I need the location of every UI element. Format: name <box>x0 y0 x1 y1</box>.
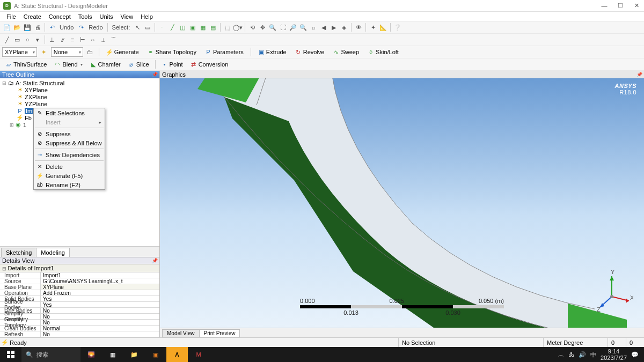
save-icon[interactable]: 💾 <box>23 23 32 32</box>
pin-icon[interactable]: 📌 <box>152 72 158 77</box>
share-topology-button[interactable]: ⚭Share Topology <box>144 48 200 56</box>
constraint2-icon[interactable]: ⫽ <box>57 35 67 45</box>
tab-model-view[interactable]: Model View <box>162 329 200 337</box>
look-at-icon[interactable]: 👁 <box>354 23 363 32</box>
taskbar-ansys[interactable]: Λ <box>166 347 188 362</box>
pin-icon[interactable]: 📌 <box>636 72 642 77</box>
menu-help[interactable]: Help <box>137 13 156 20</box>
tree-zxplane[interactable]: ✶ZXPlane <box>1 93 158 100</box>
tree-outline[interactable]: ⊟🗂A: Static Structural ✶XYPlane ✶ZXPlane… <box>0 78 159 246</box>
menu-file[interactable]: File <box>3 13 19 20</box>
skinloft-button[interactable]: ◊Skin/Loft <box>364 48 402 56</box>
filter-vertex-icon[interactable]: ⋅ <box>157 23 167 32</box>
blend-button[interactable]: ◠Blend▾ <box>51 60 85 69</box>
details-group[interactable]: Details of Import1 <box>0 264 159 272</box>
tray-chevron-icon[interactable]: ︿ <box>558 351 564 359</box>
ctx-delete[interactable]: ✕Delete <box>34 162 105 171</box>
taskbar-mail[interactable]: M <box>188 347 209 362</box>
filter-face-icon[interactable]: ◫ <box>178 23 187 32</box>
ctx-generate[interactable]: ⚡Generate (F5) <box>34 171 105 180</box>
next-view-icon[interactable]: ▶ <box>329 23 339 32</box>
menu-tools[interactable]: Tools <box>75 13 96 20</box>
iso-icon[interactable]: ◈ <box>339 23 349 32</box>
tab-modeling[interactable]: Modeling <box>36 248 70 257</box>
box-select-icon[interactable]: ⬚ <box>223 23 232 32</box>
axis-triad[interactable]: X Y Z <box>590 270 633 313</box>
sketch-dropdown-icon[interactable]: ▾ <box>33 35 42 45</box>
print-icon[interactable]: 🖨 <box>33 23 42 32</box>
expand-icon[interactable]: ⊞ <box>9 122 14 128</box>
system-tray[interactable]: ︿ 🖧 🔊 中 9:14 2023/7/27 💬 <box>558 348 644 361</box>
undo-label[interactable]: Undo <box>57 24 76 31</box>
maximize-button[interactable]: ☐ <box>617 3 624 9</box>
tree-root[interactable]: ⊟🗂A: Static Structural <box>1 79 158 86</box>
constraint3-icon[interactable]: ≡ <box>68 35 77 45</box>
pan-icon[interactable]: ✥ <box>258 23 267 32</box>
collapse-icon[interactable]: ⊟ <box>1 80 7 86</box>
ctx-suppress-all[interactable]: ⊘Suppress & All Below <box>34 138 105 147</box>
menu-concept[interactable]: Concept <box>46 13 74 20</box>
zoom-out-icon[interactable]: 🔍 <box>298 23 308 32</box>
sketch-circle-icon[interactable]: ○ <box>23 35 32 45</box>
taskbar-app-2[interactable]: ▦ <box>102 347 123 362</box>
sketch-rect-icon[interactable]: ▭ <box>12 35 22 45</box>
ctx-show-dependencies[interactable]: ⇢Show Dependencies <box>34 150 105 159</box>
new-sketch-icon[interactable]: 🗀 <box>85 47 95 57</box>
taskbar-clock[interactable]: 9:14 2023/7/27 <box>601 348 627 361</box>
menu-create[interactable]: Create <box>20 13 45 20</box>
slice-button[interactable]: ⌀Slice <box>125 60 152 69</box>
select-cursor-icon[interactable]: ↖ <box>133 23 142 32</box>
tray-ime-icon[interactable]: 中 <box>590 351 596 359</box>
undo-icon[interactable]: ↶ <box>47 23 57 32</box>
tray-volume-icon[interactable]: 🔊 <box>579 351 586 358</box>
tab-print-preview[interactable]: Print Preview <box>199 329 240 337</box>
taskbar-powerpoint[interactable]: ▣ <box>145 347 166 362</box>
detail-row[interactable]: Clean BodiesNormal <box>0 326 159 331</box>
ctx-rename[interactable]: abRename (F2) <box>34 180 105 189</box>
sweep-button[interactable]: ∿Sweep <box>330 48 362 56</box>
detail-row[interactable]: ImportImport1 <box>0 272 159 278</box>
constraint5-icon[interactable]: ↔ <box>88 35 98 45</box>
detail-row[interactable]: Base PlaneXYPlane <box>0 284 159 290</box>
pin-icon[interactable]: 📌 <box>152 258 158 263</box>
prev-view-icon[interactable]: ◀ <box>319 23 328 32</box>
tray-network-icon[interactable]: 🖧 <box>568 351 574 358</box>
filter-edge-icon[interactable]: ╱ <box>167 23 177 32</box>
detail-row[interactable]: RefreshNo <box>0 331 159 337</box>
constraint4-icon[interactable]: ⊢ <box>78 35 87 45</box>
chamfer-button[interactable]: ◣Chamfer <box>87 60 124 69</box>
tree-xyplane[interactable]: ✶XYPlane <box>1 86 158 93</box>
start-button[interactable] <box>0 347 21 362</box>
point-button[interactable]: •Point <box>158 60 186 69</box>
redo-icon[interactable]: ↷ <box>76 23 86 32</box>
filter-multi-icon[interactable]: ▦ <box>198 23 208 32</box>
zoom-box-icon[interactable]: 🔍 <box>268 23 277 32</box>
menu-view[interactable]: View <box>118 13 137 20</box>
open-icon[interactable]: 📂 <box>12 23 22 32</box>
taskbar-explorer[interactable]: 📁 <box>123 347 145 362</box>
constraint6-icon[interactable]: ⟂ <box>98 35 108 45</box>
constraint7-icon[interactable]: ⌒ <box>108 35 118 45</box>
detail-row[interactable]: Simplify TopologyNo <box>0 320 159 326</box>
thin-surface-button[interactable]: ▱Thin/Surface <box>2 60 50 69</box>
extrude-button[interactable]: ▣Extrude <box>255 48 290 56</box>
minimize-button[interactable]: — <box>601 3 608 9</box>
detail-row[interactable]: Surface BodiesYes <box>0 302 159 308</box>
ctx-insert[interactable]: Insert <box>34 117 105 127</box>
constraint1-icon[interactable]: ⊥ <box>47 35 57 45</box>
ruler-icon[interactable]: 📐 <box>378 23 388 32</box>
sketch-line-icon[interactable]: ╱ <box>2 35 12 45</box>
tray-notifications-icon[interactable]: 💬 <box>631 351 639 358</box>
ctx-edit-selections[interactable]: ✎Edit Selections <box>34 108 105 117</box>
plane-combo[interactable]: XYPlane <box>2 47 37 57</box>
tab-sketching[interactable]: Sketching <box>1 248 36 257</box>
lasso-icon[interactable]: ◯▾ <box>233 23 243 32</box>
close-button[interactable]: ✕ <box>633 3 640 9</box>
zoom-sel-icon[interactable]: ⌕ <box>309 23 318 32</box>
revolve-button[interactable]: ↻Revolve <box>292 48 328 56</box>
display-icon[interactable]: ✦ <box>368 23 378 32</box>
generate-button[interactable]: ⚡Generate <box>103 48 142 56</box>
graphics-viewport[interactable]: ANSYS R18.0 0.000 0.02 <box>160 78 644 328</box>
taskbar-app-1[interactable]: 🌄 <box>80 347 102 362</box>
filter-extend-icon[interactable]: ▤ <box>208 23 218 32</box>
